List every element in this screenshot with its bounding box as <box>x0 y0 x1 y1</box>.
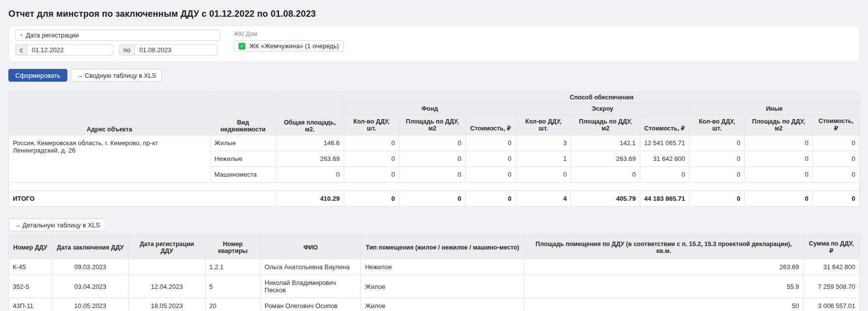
col-header-fond-area: Площадь по ДДУ, м2 <box>399 115 466 135</box>
summary-header-row-groups: Адрес объекта Вид недвижимости Общая пло… <box>9 92 860 103</box>
col-group-other: Иные <box>689 103 859 115</box>
conclusion-date: 03.04.2023 <box>52 275 129 298</box>
col-header-ddu-sum: Сумма по ДДУ, ₽ <box>803 236 859 259</box>
col-header-address: Адрес объекта <box>9 92 210 135</box>
date-filter-group: ▾ Дата регистрации с 01.12.2022 по 01.08… <box>15 30 221 58</box>
table-row: Россия, Кемеровская область, г. Кемерово… <box>9 135 860 151</box>
other-cost: 0 <box>812 135 859 151</box>
other-area-sum: 0 <box>745 191 812 207</box>
ddu-number: 43П-11 <box>9 298 52 311</box>
apartment-number: 20 <box>205 298 260 311</box>
premise-area: 50 <box>524 298 803 311</box>
escrow-cost: 0 <box>640 167 689 183</box>
other-count: 0 <box>689 135 744 151</box>
date-from-prefix: с <box>16 45 28 55</box>
col-header-other-count: Кол-во ДДУ, шт. <box>689 115 744 135</box>
detail-xls-button[interactable]: → Детальную таблицу в XLS <box>8 218 106 231</box>
other-area: 0 <box>745 151 812 167</box>
date-type-value: Дата регистрации <box>26 31 79 39</box>
escrow-area: 142.1 <box>571 135 640 151</box>
col-header-total-area: Общая площадь, м2. <box>276 92 344 135</box>
col-header-escrow-area: Площадь по ДДУ, м2 <box>571 115 640 135</box>
table-row: 352-5 03.04.2023 12.04.2023 5 Николай Вл… <box>9 275 860 298</box>
generate-button[interactable]: Сформировать <box>8 69 67 82</box>
total-area-value: 0 <box>276 167 344 183</box>
property-type: Машиноместа <box>210 167 276 183</box>
complex-option-label: ЖК «Жемчужина» (1 очередь) <box>249 42 339 50</box>
col-header-premise-area: Площадь помещения по ДДУ (в соответствии… <box>524 236 803 259</box>
checkbox-checked-icon[interactable]: ✓ <box>239 43 245 50</box>
row-separator <box>9 183 860 191</box>
escrow-area: 263.69 <box>571 151 640 167</box>
other-cost: 0 <box>812 151 859 167</box>
fond-area: 0 <box>399 167 466 183</box>
property-type: Жилые <box>210 135 276 151</box>
total-area-value: 146.6 <box>276 135 344 151</box>
summary-table: Адрес объекта Вид недвижимости Общая пло… <box>8 92 860 207</box>
filter-panel: ▾ Дата регистрации с 01.12.2022 по 01.08… <box>8 26 860 62</box>
registration-date: 18.05.2023 <box>128 298 205 311</box>
summary-total-label: ИТОГО <box>9 191 276 207</box>
ddu-sum: 3 006 557.01 <box>803 298 859 311</box>
conclusion-date: 10.05.2023 <box>52 298 129 311</box>
fond-cost: 0 <box>465 151 515 167</box>
ddu-number: 352-5 <box>9 275 52 298</box>
fio: Ольга Анатольевна Ваулина <box>261 259 361 275</box>
fond-count: 0 <box>344 151 399 167</box>
fond-cost-sum: 0 <box>465 191 515 207</box>
apartment-number: 1.2.1 <box>205 259 260 275</box>
escrow-count-sum: 4 <box>516 191 571 207</box>
table-row: К-45 09.03.2023 1.2.1 Ольга Анатольевна … <box>9 259 860 275</box>
total-area-value: 263.69 <box>276 151 344 167</box>
escrow-area: 0 <box>571 167 640 183</box>
apartment-number: 5 <box>205 275 260 298</box>
col-header-escrow-count: Кол-во ДДУ, шт. <box>516 115 571 135</box>
escrow-cost-sum: 44 183 865.71 <box>640 191 689 207</box>
report-page: Отчет для минстроя по заключенным ДДУ с … <box>0 0 868 311</box>
date-type-select[interactable]: ▾ Дата регистрации <box>15 30 220 41</box>
table-row: 43П-11 10.05.2023 18.05.2023 20 Роман Ол… <box>9 298 860 311</box>
other-count: 0 <box>689 167 744 183</box>
premise-type: Жилое <box>361 275 524 298</box>
fond-cost: 0 <box>465 167 515 183</box>
other-cost-sum: 0 <box>812 191 859 207</box>
other-area: 0 <box>745 135 812 151</box>
other-cost: 0 <box>812 167 859 183</box>
col-header-conclusion-date: Дата заключения ДДУ <box>52 236 129 259</box>
fond-area: 0 <box>399 135 466 151</box>
summary-total-row: ИТОГО 410.29 0 0 0 4 405.79 44 183 865.7… <box>9 191 860 207</box>
total-area-sum: 410.29 <box>276 191 344 207</box>
object-address: Россия, Кемеровская область, г. Кемерово… <box>9 135 210 183</box>
col-header-other-area: Площадь по ДДУ, м2 <box>745 115 812 135</box>
escrow-cost: 12 541 065.71 <box>640 135 689 151</box>
fond-count: 0 <box>344 135 399 151</box>
date-from-input[interactable]: 01.12.2022 <box>28 45 68 55</box>
date-to-prefix: по <box>120 45 135 55</box>
complex-filter-group: ЖК/ Дом ✓ ЖК «Жемчужина» (1 очередь) <box>234 30 344 58</box>
premise-area: 55.9 <box>524 275 803 298</box>
date-from-group: с 01.12.2022 <box>15 44 114 56</box>
escrow-count: 3 <box>516 135 571 151</box>
premise-area: 263.69 <box>524 259 803 275</box>
escrow-cost: 31 642 800 <box>640 151 689 167</box>
fond-cost: 0 <box>465 135 515 151</box>
col-header-premise-type: Тип помещения (жилое / нежилое / машино-… <box>361 236 524 259</box>
summary-xls-button[interactable]: → Сводную таблицу в XLS <box>71 69 162 82</box>
date-range-row: с 01.12.2022 по 01.08.2023 <box>15 44 221 56</box>
fond-area-sum: 0 <box>399 191 466 207</box>
registration-date: 12.04.2023 <box>128 275 205 298</box>
col-group-escrow: Эскроу <box>516 103 689 115</box>
col-header-security-method: Способ обеспечения <box>344 92 859 103</box>
col-header-fio: ФИО <box>261 236 361 259</box>
toolbar: Сформировать → Сводную таблицу в XLS <box>8 69 860 82</box>
ddu-sum: 31 642 800 <box>803 259 859 275</box>
col-header-fond-cost: Стоимость, ₽ <box>465 115 515 135</box>
detail-header-row: Номер ДДУ Дата заключения ДДУ Дата регис… <box>9 236 860 259</box>
col-header-escrow-cost: Стоимость, ₽ <box>640 115 689 135</box>
conclusion-date: 09.03.2023 <box>52 259 129 275</box>
premise-type: Жилое <box>361 298 524 311</box>
property-type: Нежилые <box>210 151 276 167</box>
complex-checkbox-field[interactable]: ✓ ЖК «Жемчужина» (1 очередь) <box>234 40 344 52</box>
date-to-input[interactable]: 01.08.2023 <box>135 45 176 55</box>
col-header-fond-count: Кол-во ДДУ, шт. <box>344 115 399 135</box>
